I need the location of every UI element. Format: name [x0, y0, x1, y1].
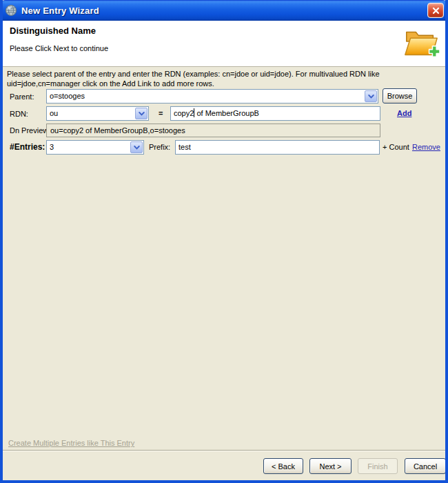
entries-label: #Entries: [10, 142, 45, 152]
finish-button: Finish [358, 458, 398, 474]
new-folder-plus-icon [403, 24, 440, 61]
globe-icon [5, 4, 17, 17]
chevron-down-icon[interactable] [135, 108, 147, 119]
dn-preview-field: ou=copy2 of MemberGroupB,o=stooges [46, 124, 380, 137]
parent-label: Parent: [10, 92, 34, 101]
window-title: New Entry Wizard [21, 6, 427, 16]
footer-divider [3, 450, 445, 451]
page-subtitle: Please Click Next to continue [10, 44, 108, 52]
chevron-down-icon[interactable] [130, 141, 143, 153]
parent-combobox[interactable]: o=stooges [46, 89, 378, 103]
rdn-value-after-caret: of MemberGroupB [194, 109, 259, 117]
rdn-attribute-value: ou [50, 107, 134, 120]
back-button[interactable]: < Back [263, 458, 303, 474]
titlebar[interactable]: New Entry Wizard [0, 0, 448, 21]
equals-sign: = [159, 109, 163, 117]
entries-count-value: 3 [50, 141, 130, 154]
close-icon [432, 7, 440, 14]
wizard-header: Distinguished Name Please Click Next to … [3, 21, 445, 67]
rdn-value-input[interactable]: copy2 of MemberGroupB [170, 106, 380, 121]
page-title: Distinguished Name [10, 26, 96, 36]
close-button[interactable] [427, 3, 444, 18]
instruction-text: Please select parent of the entry and en… [7, 70, 393, 88]
browse-button[interactable]: Browse [383, 88, 417, 103]
new-entry-wizard-dialog: New Entry Wizard Distinguished Name Plea… [0, 0, 448, 483]
remove-link[interactable]: Remove [412, 143, 440, 151]
chevron-down-icon[interactable] [365, 90, 377, 102]
dn-preview-label: Dn Preview: [10, 126, 50, 135]
add-link[interactable]: Add [397, 109, 411, 117]
cancel-button[interactable]: Cancel [405, 458, 446, 474]
rdn-attribute-combobox[interactable]: ou [46, 106, 149, 121]
create-multiple-entries-link[interactable]: Create Multiple Entries like This Entry [8, 439, 134, 447]
next-button[interactable]: Next > [309, 458, 352, 474]
rdn-label: RDN: [10, 110, 28, 118]
prefix-input[interactable]: test [175, 140, 380, 155]
rdn-value-before-caret: copy2 [174, 109, 194, 117]
prefix-label: Prefix: [149, 143, 170, 151]
count-note: + Count [383, 143, 409, 151]
parent-combobox-value: o=stooges [50, 90, 364, 103]
entries-count-combobox[interactable]: 3 [46, 140, 144, 155]
